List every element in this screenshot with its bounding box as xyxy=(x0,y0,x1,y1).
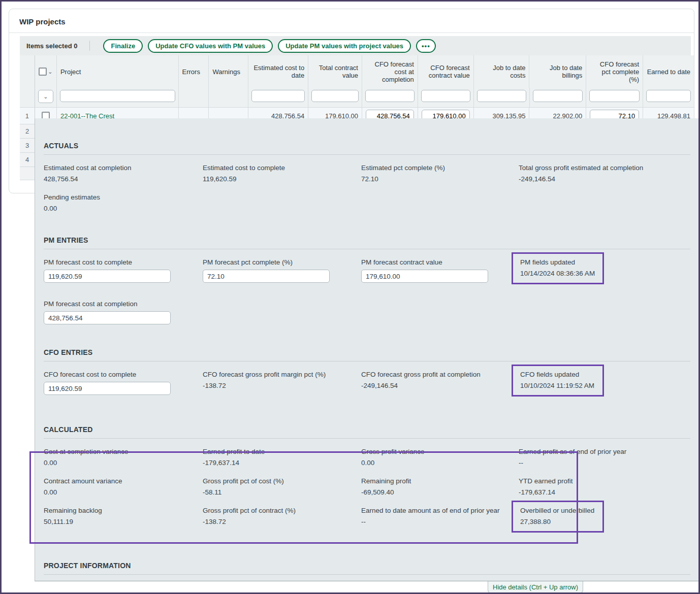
field-cfo-gross-profit-at-completion: CFO forecast gross profit at completion … xyxy=(361,371,519,402)
table-header-row: ⌄ Project Errors Warnings Estimated cost… xyxy=(20,55,694,88)
field-cfo-forecast-cost-to-complete: CFO forecast cost to complete xyxy=(44,371,203,402)
field-pm-forecast-pct-complete: PM forecast pct complete (%) xyxy=(203,258,361,289)
col-header-job-to-date-billings[interactable]: Job to date billings xyxy=(533,57,582,86)
section-calculated: CALCULATED Cost at completion variance 0… xyxy=(44,425,690,548)
chevron-down-icon[interactable]: ⌄ xyxy=(48,69,52,75)
section-title: PM ENTRIES xyxy=(44,236,690,249)
cfo-forecast-cost-to-complete-input[interactable] xyxy=(44,382,171,395)
header-select-all[interactable]: ⌄ xyxy=(35,55,57,88)
items-selected-label: Items selected 0 xyxy=(26,42,77,50)
details-panel: ACTUALS Estimated cost at completion 428… xyxy=(35,118,700,581)
chevron-down-icon: ⌄ xyxy=(43,94,48,100)
field-gross-profit-pct-of-cost: Gross profit pct of cost (%) -58.11 xyxy=(203,477,361,496)
field-ytd-earned-profit: YTD earned profit -179,637.14 xyxy=(519,477,690,496)
pm-forecast-cost-at-completion-input[interactable] xyxy=(44,311,171,324)
field-estimated-pct-complete: Estimated pct complete (%) 72.10 xyxy=(361,164,519,183)
row-number: 4 xyxy=(20,153,35,167)
row-number: 2 xyxy=(20,124,35,139)
col-header-earned-to-date[interactable]: Earned to date xyxy=(647,57,690,86)
section-title: ACTUALS xyxy=(44,142,690,155)
field-total-gross-profit-estimated: Total gross profit estimated at completi… xyxy=(519,164,690,183)
pm-forecast-pct-complete-input[interactable] xyxy=(203,270,330,283)
field-cfo-gross-profit-margin-pct: CFO forecast gross profit margin pct (%)… xyxy=(203,371,361,402)
col-header-estimated-cost-to-date[interactable]: Estimated cost to date xyxy=(252,57,304,86)
field-earned-to-date-prior-year: Earned to date amount as of end of prior… xyxy=(361,507,519,538)
field-pm-forecast-cost-to-complete: PM forecast cost to complete xyxy=(44,258,203,289)
col-header-errors[interactable]: Errors xyxy=(182,57,205,86)
toolbar: Items selected 0 Finalize Update CFO val… xyxy=(20,36,691,55)
field-estimated-cost-to-complete: Estimated cost to complete 119,620.59 xyxy=(203,164,361,183)
field-pm-forecast-contract-value: PM forecast contract value xyxy=(361,258,519,289)
header-rownum-cell xyxy=(20,55,35,88)
filter-project-input[interactable] xyxy=(60,90,175,102)
toolbar-divider xyxy=(89,41,90,51)
field-cfo-fields-updated: CFO fields updated 10/10/2024 11:19:52 A… xyxy=(519,371,690,402)
col-header-cfo-forecast-cost-at-completion[interactable]: CFO forecast cost at completion xyxy=(366,57,414,86)
col-header-total-contract-value[interactable]: Total contract value xyxy=(312,57,358,86)
field-cost-at-completion-variance: Cost at completion variance 0.00 xyxy=(44,448,203,467)
pm-forecast-cost-to-complete-input[interactable] xyxy=(44,270,171,283)
filter-cfo-cost-input[interactable] xyxy=(365,90,415,102)
field-earned-profit-prior-year: Earned profit as of end of prior year -- xyxy=(519,448,690,467)
filter-total-contract-input[interactable] xyxy=(311,90,359,102)
field-gross-profit-pct-of-contract: Gross profit pct of contract (%) -138.72 xyxy=(203,507,361,538)
section-cfo-entries: CFO ENTRIES CFO forecast cost to complet… xyxy=(44,348,690,412)
filter-earned-input[interactable] xyxy=(646,90,691,102)
update-pm-with-project-button[interactable]: Update PM values with project values xyxy=(278,39,411,53)
update-cfo-with-pm-button[interactable]: Update CFO values with PM values xyxy=(148,39,273,53)
section-title: CFO ENTRIES xyxy=(44,348,690,361)
bulk-select-dropdown[interactable]: ⌄ xyxy=(38,90,53,103)
col-header-project[interactable]: Project xyxy=(60,57,175,86)
col-header-cfo-forecast-pct-complete[interactable]: CFO forecast pct complete (%) xyxy=(590,57,639,86)
filter-jtd-billings-input[interactable] xyxy=(533,90,583,102)
section-title: PROJECT INFORMATION xyxy=(44,562,690,575)
field-overbilled-or-underbilled: Overbilled or underbilled 27,388.80 xyxy=(519,507,690,538)
screenshot-root: WIP projects Items selected 0 Finalize U… xyxy=(0,0,700,594)
section-actuals: ACTUALS Estimated cost at completion 428… xyxy=(44,142,690,223)
more-actions-button[interactable]: ••• xyxy=(416,39,436,53)
col-header-cfo-forecast-contract-value[interactable]: CFO forecast contract value xyxy=(422,57,470,86)
hide-details-tab[interactable]: Hide details (Ctrl + Up arrow) xyxy=(488,581,583,593)
filter-estimated-cost-input[interactable] xyxy=(251,90,305,102)
section-project-information: PROJECT INFORMATION Customer C00002--Tra… xyxy=(44,562,690,581)
col-header-job-to-date-costs[interactable]: Job to date costs xyxy=(478,57,526,86)
section-pm-entries: PM ENTRIES PM forecast cost to complete … xyxy=(44,236,690,335)
field-pending-estimates: Pending estimates 0.00 xyxy=(44,193,203,212)
annotation-box-pm-fields-updated: PM fields updated 10/14/2024 08:36:36 AM xyxy=(512,252,604,284)
field-earned-profit-to-date: Earned profit to date -179,637.14 xyxy=(203,448,361,467)
field-estimated-cost-at-completion: Estimated cost at completion 428,756.54 xyxy=(44,164,203,183)
field-pm-forecast-cost-at-completion: PM forecast cost at completion xyxy=(44,300,203,324)
filter-cfo-contract-input[interactable] xyxy=(421,90,470,102)
page-title: WIP projects xyxy=(9,9,694,33)
annotation-box-cfo-fields-updated: CFO fields updated 10/10/2024 11:19:52 A… xyxy=(512,365,604,397)
col-header-warnings[interactable]: Warnings xyxy=(212,57,244,86)
field-remaining-backlog: Remaining backlog 50,111.19 xyxy=(44,507,203,538)
field-remaining-profit: Remaining profit -69,509.40 xyxy=(361,477,519,496)
field-contract-amount-variance: Contract amount variance 0.00 xyxy=(44,477,203,496)
filter-jtd-costs-input[interactable] xyxy=(477,90,526,102)
finalize-button[interactable]: Finalize xyxy=(103,39,143,53)
pm-forecast-contract-value-input[interactable] xyxy=(361,270,488,283)
row-number: 1 xyxy=(20,107,35,124)
annotation-box-overbilled-underbilled: Overbilled or underbilled 27,388.80 xyxy=(512,501,604,533)
field-gross-profit-variance: Gross profit variance 0.00 xyxy=(361,448,519,467)
field-pm-fields-updated: PM fields updated 10/14/2024 08:36:36 AM xyxy=(519,258,690,289)
table-filter-row: ⌄ xyxy=(20,88,694,107)
row-number: 3 xyxy=(20,139,35,153)
filter-cfo-pct-input[interactable] xyxy=(589,90,640,102)
select-all-checkbox[interactable] xyxy=(39,68,47,76)
section-title: CALCULATED xyxy=(44,425,690,439)
